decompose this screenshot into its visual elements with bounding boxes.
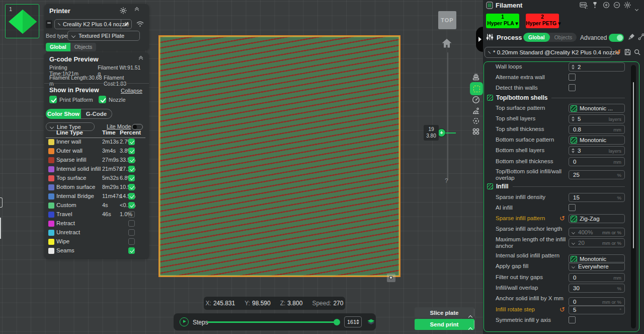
steps-bar: Steps 161	[174, 313, 376, 330]
wall-loops-control[interactable]: 2	[569, 62, 625, 72]
apps-view-icon[interactable]	[472, 127, 480, 136]
bed-type-value: Textured PEI Plate	[78, 33, 124, 39]
play-button[interactable]	[180, 317, 189, 326]
ai-infill-checkbox[interactable]	[569, 204, 576, 211]
bottom-shell-thickness-control[interactable]: 0mm	[569, 157, 625, 166]
help-glyph[interactable]: ?	[445, 177, 448, 184]
line-type-view-icon[interactable]	[470, 82, 483, 95]
filter-out-tiny-gaps-control[interactable]: 0mm	[569, 273, 625, 282]
line-type-visibility-checkbox[interactable]	[128, 157, 135, 163]
line-type-visibility-checkbox[interactable]	[128, 175, 135, 181]
slice-plate-button[interactable]: Slice plate	[415, 307, 474, 318]
setting-reset-icon[interactable]: ↺	[559, 306, 565, 313]
line-color-swatch	[48, 203, 54, 209]
preset-search-icon[interactable]	[634, 49, 640, 55]
plate-thumbnail[interactable]: 1	[5, 4, 39, 38]
line-type-visibility-checkbox[interactable]	[128, 211, 135, 218]
infill-rotate-step-control[interactable]: 5°	[569, 305, 625, 314]
preset-save-icon[interactable]	[624, 49, 631, 55]
setting-label: Maximum length of the infill anchor	[496, 236, 567, 249]
view-cube[interactable]: TOP	[438, 11, 456, 29]
sliced-object-preview[interactable]	[158, 35, 400, 277]
tab-global[interactable]: Global	[46, 43, 70, 51]
printer-settings-gear-icon[interactable]	[120, 7, 127, 14]
setting-reset-icon[interactable]: ↺	[559, 215, 565, 222]
maximum-length-of-the-infill-anchor-control[interactable]: 20mm or %	[569, 238, 625, 247]
sparse-infill-density-control[interactable]: 15%	[569, 193, 625, 202]
settings-scrollbar-thumb[interactable]	[633, 82, 634, 248]
apply-gap-fill-control[interactable]: Everywhere	[569, 262, 625, 271]
line-type-visibility-checkbox[interactable]	[128, 247, 135, 254]
status-item: Speed:270	[312, 300, 343, 307]
panel-edge-marker[interactable]	[0, 218, 1, 239]
spinner-arrows-icon[interactable]	[572, 116, 575, 121]
tune-compare-icon[interactable]	[638, 33, 644, 40]
single-layer-view-icon[interactable]	[367, 318, 375, 326]
filament-chip[interactable]: 1Hyper PLA ▾	[486, 14, 519, 28]
line-type-visibility-checkbox[interactable]	[128, 238, 135, 245]
process-preset-select[interactable]: * 0.20mm Standard @Creality K2 Plus 0.4 …	[485, 47, 612, 58]
object-diamond-thumb	[8, 9, 38, 35]
filament-chip-number: 2	[526, 14, 559, 20]
process-tab-global[interactable]: Global	[523, 33, 550, 42]
paint-brush-icon[interactable]	[628, 33, 635, 40]
panel-edge-marker[interactable]	[0, 197, 3, 208]
right-panel-flyout-handle[interactable]	[476, 27, 483, 52]
line-type-visibility-checkbox[interactable]	[128, 166, 135, 172]
layer-slider-handle[interactable]: +	[438, 129, 445, 137]
send-dropdown-chevron-icon[interactable]	[469, 324, 472, 333]
line-type-visibility-checkbox[interactable]	[128, 193, 135, 199]
bottom-shell-layers-control[interactable]: 3layers	[569, 146, 625, 155]
line-type-visibility-checkbox[interactable]	[128, 229, 135, 236]
printer-wifi-icon[interactable]	[136, 21, 144, 27]
stack-view-icon[interactable]	[472, 73, 480, 81]
steps-spinner-down-icon[interactable]	[356, 322, 359, 324]
advanced-label: Advanced	[580, 34, 607, 41]
home-view-icon[interactable]	[441, 38, 452, 48]
line-type-visibility-checkbox[interactable]	[128, 220, 135, 227]
steps-slider-handle[interactable]	[334, 319, 340, 325]
steps-slider-track[interactable]	[207, 321, 338, 323]
spinner-arrows-icon[interactable]	[572, 64, 575, 70]
preset-reset-icon[interactable]: ↺	[615, 48, 621, 55]
top-bottom-solid-infill-wall-overlap-control[interactable]: 25%	[569, 170, 625, 179]
line-type-visibility-checkbox[interactable]	[128, 202, 135, 209]
send-print-button[interactable]: Send print	[415, 319, 474, 330]
setting-value: 0	[573, 275, 576, 281]
focus-view-icon[interactable]	[472, 117, 480, 125]
layer-slider-track[interactable]	[447, 52, 448, 180]
filament-chip[interactable]: 2Hyper PETG ▾	[526, 14, 559, 28]
sparse-infill-pattern-control[interactable]: Zig-Zag	[569, 214, 625, 223]
flush-filament-icon[interactable]	[592, 2, 598, 9]
filament-collapse-chevron-icon[interactable]	[635, 4, 638, 13]
ams-icon[interactable]	[580, 2, 588, 9]
setting-row-sparse-infill-pattern: Sparse infill pattern↺Zig-Zag	[484, 214, 630, 224]
bottom-surface-pattern-control[interactable]: Monotonic	[569, 136, 625, 145]
detect-thin-walls-checkbox[interactable]	[569, 84, 576, 91]
printer-edit-pencil-icon[interactable]	[124, 21, 129, 27]
top-shell-thickness-control[interactable]: 0.8mm	[569, 125, 625, 134]
steps-spinner-up-icon[interactable]	[356, 319, 359, 321]
tab-objects[interactable]: Objects	[70, 43, 97, 51]
top-surface-pattern-control[interactable]: Monotonic ...	[569, 104, 625, 113]
process-tab-objects[interactable]: Objects	[550, 33, 577, 42]
alternate-extra-wall-checkbox[interactable]	[569, 74, 576, 81]
spinner-arrows-icon[interactable]	[572, 148, 575, 153]
object-corner-handle[interactable]	[387, 274, 395, 282]
top-shell-layers-control[interactable]: 5layers	[569, 114, 625, 123]
infill-wall-overlap-control[interactable]: 30%	[569, 284, 625, 293]
printer-select[interactable]: Creality K2 Plus 0.4 nozzle	[54, 19, 132, 29]
remove-filament-icon[interactable]	[613, 2, 620, 9]
printer-panel-collapse-icon[interactable]	[135, 8, 138, 12]
speed-view-icon[interactable]	[472, 96, 480, 104]
line-type-visibility-checkbox[interactable]	[128, 184, 135, 190]
advanced-toggle[interactable]	[609, 34, 624, 42]
symmetric-infill-y-axis-checkbox[interactable]	[569, 316, 576, 323]
bed-type-select[interactable]: Textured PEI Plate	[67, 31, 140, 41]
steps-value-box[interactable]: 161	[344, 316, 362, 327]
filament-settings-gear-icon[interactable]	[624, 2, 631, 9]
line-type-visibility-checkbox[interactable]	[128, 139, 135, 145]
line-type-visibility-checkbox[interactable]	[128, 148, 135, 154]
fan-view-icon[interactable]	[472, 107, 480, 115]
add-filament-icon[interactable]	[603, 2, 610, 9]
